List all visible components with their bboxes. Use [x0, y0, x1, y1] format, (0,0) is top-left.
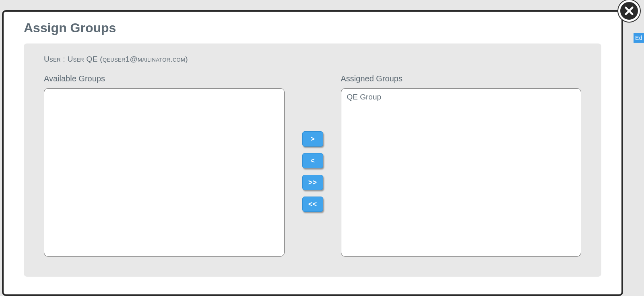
move-right-button[interactable]: >	[302, 131, 323, 147]
dual-list-container: Available Groups > < >> << Assigned Grou…	[44, 74, 581, 257]
list-item[interactable]: QE Group	[341, 89, 581, 106]
user-email: qeuser1@mailinator.com	[103, 55, 185, 63]
assigned-groups-column: Assigned Groups QE Group	[341, 74, 582, 257]
modal-panel: User : User QE (qeuser1@mailinator.com) …	[24, 43, 601, 277]
assigned-groups-label: Assigned Groups	[341, 74, 582, 83]
user-display-name: User QE	[67, 55, 97, 63]
available-groups-label: Available Groups	[44, 74, 285, 83]
modal-title: Assign Groups	[24, 21, 601, 35]
move-left-button[interactable]: <	[302, 153, 323, 168]
user-info-line: User : User QE (qeuser1@mailinator.com)	[44, 55, 581, 64]
available-groups-listbox[interactable]	[44, 88, 285, 257]
close-icon	[623, 5, 635, 17]
close-button[interactable]	[618, 0, 640, 22]
available-groups-column: Available Groups	[44, 74, 285, 257]
background-edit-fragment: Ed	[634, 33, 644, 43]
assign-groups-modal: Assign Groups User : User QE (qeuser1@ma…	[2, 10, 623, 296]
move-all-left-button[interactable]: <<	[302, 197, 323, 212]
move-all-right-button[interactable]: >>	[302, 175, 323, 190]
user-label-prefix: User :	[44, 55, 67, 63]
assigned-groups-listbox[interactable]: QE Group	[341, 88, 582, 257]
transfer-controls: > < >> <<	[285, 74, 341, 257]
